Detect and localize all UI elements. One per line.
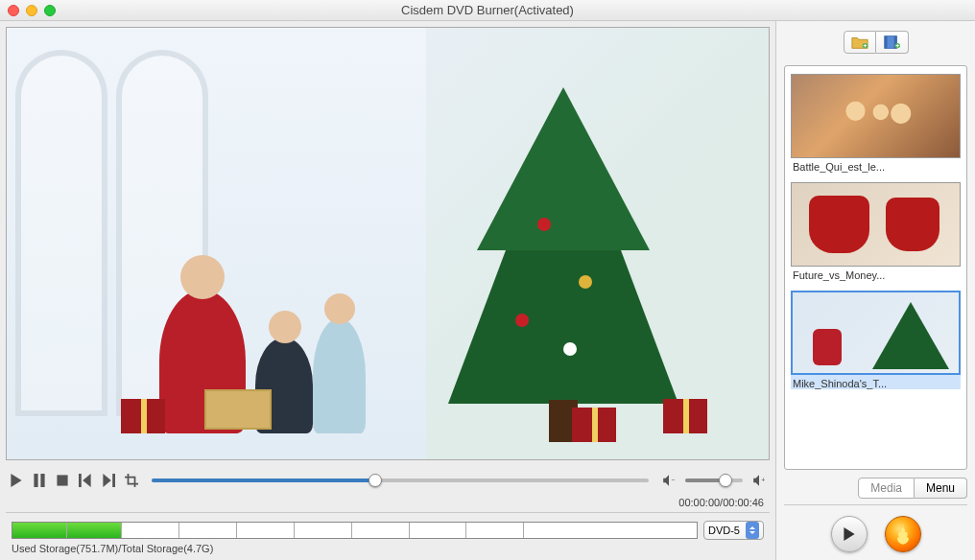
add-video-button[interactable] <box>876 31 909 54</box>
title-bar: Cisdem DVD Burner(Activated) <box>0 0 975 21</box>
disc-type-select[interactable]: DVD-5 <box>703 521 764 540</box>
media-list: Battle_Qui_est_le... Future_vs_Money... … <box>784 65 967 470</box>
media-thumbnail <box>791 291 961 375</box>
prev-button[interactable] <box>79 474 92 487</box>
media-thumbnail <box>791 74 961 158</box>
svg-text:−: − <box>671 477 675 483</box>
svg-rect-4 <box>112 474 115 487</box>
play-button[interactable] <box>10 474 23 487</box>
volume-slider[interactable] <box>685 478 743 482</box>
svg-text:+: + <box>761 477 765 483</box>
svg-rect-2 <box>57 475 67 485</box>
pause-button[interactable] <box>33 474 46 487</box>
preview-play-button[interactable] <box>831 516 868 552</box>
window-title: Cisdem DVD Burner(Activated) <box>0 3 975 17</box>
media-item-label: Battle_Qui_est_le... <box>791 158 961 173</box>
disc-type-value: DVD-5 <box>708 525 740 536</box>
media-item[interactable]: Future_vs_Money... <box>791 182 961 281</box>
add-folder-button[interactable] <box>844 31 876 54</box>
storage-label: Used Storage(751.7M)/Total Storage(4.7G) <box>12 543 764 554</box>
media-item[interactable]: Mike_Shinoda's_T... <box>791 291 961 389</box>
volume-up-icon[interactable]: + <box>752 474 766 487</box>
crop-button[interactable] <box>125 474 138 487</box>
svg-rect-0 <box>34 474 37 487</box>
media-item[interactable]: Battle_Qui_est_le... <box>791 74 961 173</box>
tab-media[interactable]: Media <box>858 478 915 499</box>
svg-rect-3 <box>79 474 82 487</box>
tab-menu[interactable]: Menu <box>915 478 967 499</box>
stop-button[interactable] <box>56 474 69 487</box>
media-item-label: Mike_Shinoda's_T... <box>791 375 961 389</box>
next-button[interactable] <box>102 474 115 487</box>
stepper-icon <box>746 522 759 539</box>
timecode-label: 00:00:00/00:00:46 <box>6 497 770 512</box>
media-item-label: Future_vs_Money... <box>791 267 961 281</box>
volume-down-icon[interactable]: − <box>662 474 676 487</box>
media-thumbnail <box>791 182 961 267</box>
seek-slider[interactable] <box>152 478 649 482</box>
burn-button[interactable] <box>885 516 921 552</box>
playback-controls: − + <box>6 460 770 497</box>
video-preview[interactable] <box>6 27 770 460</box>
svg-rect-1 <box>40 474 44 487</box>
storage-bar <box>12 522 698 539</box>
svg-rect-9 <box>885 36 888 49</box>
panel-tabs: Media Menu <box>784 478 967 499</box>
